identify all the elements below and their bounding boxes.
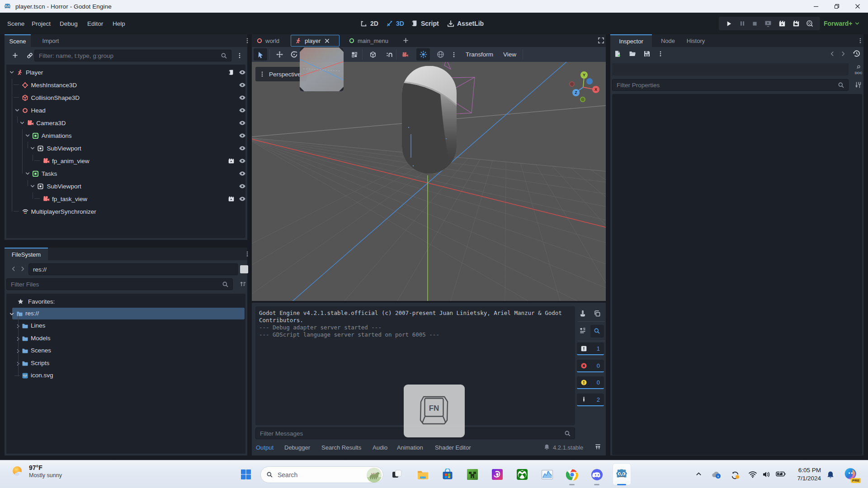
minecraft-button[interactable]: [466, 468, 479, 481]
perspective-menu[interactable]: Perspective: [255, 67, 307, 81]
warning-counter[interactable]: 0: [577, 376, 604, 389]
chevron-down-icon[interactable]: [9, 311, 14, 317]
select-tool[interactable]: [254, 48, 267, 61]
chevron-down-icon[interactable]: [30, 183, 35, 189]
start-button[interactable]: [240, 468, 252, 481]
fs-row-iconsvg[interactable]: icon.svg: [6, 370, 245, 382]
scene-tree-menu-icon[interactable]: [236, 52, 243, 59]
tree-row-subviewport[interactable]: SubViewport: [6, 142, 245, 155]
tab-filesystem[interactable]: FileSystem: [5, 248, 48, 260]
instance-scene-icon[interactable]: [26, 52, 33, 59]
restore-button[interactable]: [826, 0, 847, 13]
menu-help[interactable]: Help: [113, 13, 125, 34]
scene-tab-player[interactable]: player: [291, 35, 340, 47]
edit-counter[interactable]: 2: [577, 394, 604, 406]
eye-icon[interactable]: [239, 157, 246, 164]
camera-preview-icon[interactable]: [228, 158, 235, 164]
open-docs-button[interactable]: DOC: [853, 64, 864, 76]
tab-scene[interactable]: Scene: [5, 34, 31, 47]
battery-tray-icon[interactable]: [776, 471, 786, 479]
volume-tray-icon[interactable]: [762, 471, 771, 480]
snap-toggle[interactable]: [382, 48, 396, 61]
tray-chevron-button[interactable]: [695, 471, 702, 479]
collapse-duplicates-icon[interactable]: [579, 327, 586, 334]
scene-tab-main_menu[interactable]: main_menu: [349, 34, 388, 47]
tree-row-fp_task_view[interactable]: fp_task_view: [6, 192, 245, 205]
camera-override-toggle[interactable]: [398, 48, 412, 61]
ms-store-button[interactable]: [441, 468, 454, 481]
tab-history[interactable]: History: [680, 34, 711, 47]
output-tab-animation[interactable]: Animation: [397, 444, 423, 451]
tree-row-meshinstance3d[interactable]: MeshInstance3D: [6, 79, 245, 91]
godot-button[interactable]: [615, 468, 628, 481]
notifications-button[interactable]: [826, 471, 835, 481]
snap-grid-toggle[interactable]: [348, 48, 361, 61]
chevron-down-icon[interactable]: [25, 133, 30, 138]
add-node-icon[interactable]: [12, 52, 19, 59]
minimize-button[interactable]: [806, 0, 826, 13]
panel-up-icon[interactable]: [594, 444, 601, 450]
chevron-down-icon[interactable]: [30, 145, 35, 151]
sun-env-menu[interactable]: [447, 48, 461, 61]
preview-sun-toggle[interactable]: [416, 48, 430, 61]
save-resource-icon[interactable]: [643, 50, 651, 57]
viewport-menu-transform[interactable]: Transform: [466, 47, 493, 62]
bell-small-icon[interactable]: [543, 444, 550, 450]
xbox-button[interactable]: [516, 468, 528, 481]
discord-button[interactable]: [590, 468, 603, 481]
history-menu-icon[interactable]: [853, 50, 860, 57]
distraction-free-icon[interactable]: [598, 37, 604, 44]
eye-icon[interactable]: [239, 69, 246, 76]
output-tab-output[interactable]: Output: [256, 444, 274, 451]
menu-project[interactable]: Project: [32, 13, 51, 34]
wifi-tray-icon[interactable]: [748, 471, 757, 480]
property-tools-icon[interactable]: [854, 81, 862, 89]
chevron-down-icon[interactable]: [14, 108, 20, 113]
eye-icon[interactable]: [239, 81, 246, 89]
load-resource-icon[interactable]: [629, 50, 636, 57]
output-tab-search-results[interactable]: Search Results: [321, 444, 361, 451]
tree-row-subviewport[interactable]: SubViewport: [6, 180, 245, 192]
close-scene-tab-icon[interactable]: [324, 38, 330, 44]
scene-tab-world[interactable]: world: [256, 34, 279, 47]
eye-icon[interactable]: [239, 94, 246, 101]
eye-icon[interactable]: [239, 195, 246, 202]
resource-menu-icon[interactable]: [657, 50, 664, 57]
output-tab-audio[interactable]: Audio: [373, 444, 387, 451]
filesystem-dock-menu-icon[interactable]: [244, 250, 250, 258]
filesystem-path-input[interactable]: res://: [28, 263, 238, 275]
filter-properties-input[interactable]: Filter Properties: [612, 79, 849, 91]
inspector-dock-menu-icon[interactable]: [857, 37, 863, 44]
task-view-button[interactable]: [391, 468, 403, 481]
menu-scene[interactable]: Scene: [7, 13, 24, 34]
close-button[interactable]: [847, 0, 868, 13]
clear-output-icon[interactable]: [579, 310, 586, 317]
clipchamp-button[interactable]: [491, 468, 504, 481]
pause-button[interactable]: [739, 20, 745, 27]
error-counter[interactable]: 0: [577, 360, 604, 372]
tab-inspector[interactable]: Inspector: [610, 34, 652, 47]
file-explorer-button[interactable]: [416, 468, 429, 481]
tree-row-tasks[interactable]: Tasks: [6, 167, 245, 180]
tree-row-player[interactable]: Player: [6, 66, 245, 79]
eye-icon[interactable]: [239, 107, 246, 114]
filesystem-filter-input[interactable]: Filter Files: [6, 278, 233, 290]
tree-row-camera3d[interactable]: Camera3D: [6, 117, 245, 129]
menu-editor[interactable]: Editor: [87, 13, 103, 34]
script-icon[interactable]: [228, 69, 235, 76]
scene-dock-menu-icon[interactable]: [244, 37, 250, 44]
eye-icon[interactable]: [239, 119, 246, 127]
chevron-down-icon[interactable]: [9, 70, 14, 75]
editor-tab-assetlib[interactable]: AssetLib: [447, 13, 484, 34]
movie-maker-button[interactable]: [806, 20, 813, 27]
new-scene-tab-button[interactable]: [402, 37, 409, 44]
fs-row-lines[interactable]: Lines: [6, 320, 245, 332]
fs-row-models[interactable]: Models: [6, 333, 245, 345]
renderer-select[interactable]: Forward+: [824, 17, 860, 30]
play-scene-button[interactable]: [778, 20, 786, 27]
move-tool[interactable]: [273, 48, 286, 61]
search-output-button[interactable]: [590, 325, 604, 338]
tree-row-animations[interactable]: Animations: [6, 129, 245, 142]
edit-forward-icon[interactable]: [840, 51, 846, 57]
play-custom-scene-button[interactable]: [793, 20, 800, 27]
